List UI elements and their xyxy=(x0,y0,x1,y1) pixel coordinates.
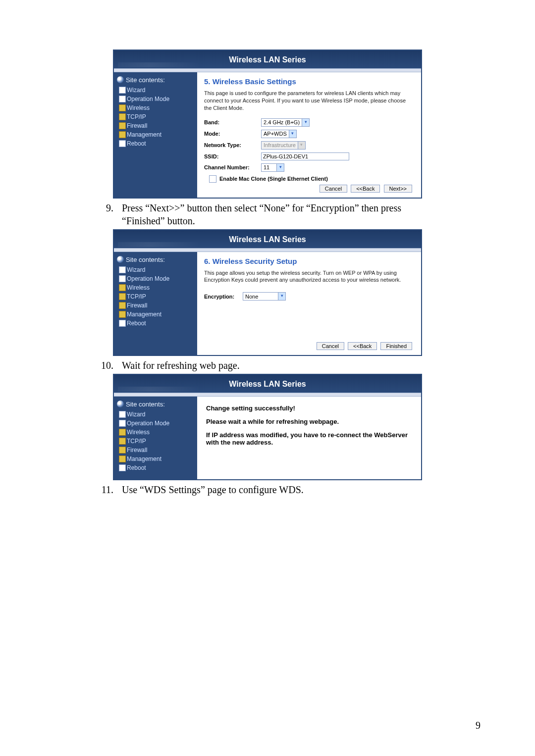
window-header: Wireless LAN Series xyxy=(114,50,421,68)
step-number: 10. xyxy=(89,359,122,372)
sidebar-item-tcpip[interactable]: TCP/IP xyxy=(116,437,195,446)
network-type-label: Network Type: xyxy=(204,142,261,148)
sidebar-item-wireless[interactable]: Wireless xyxy=(116,103,195,112)
channel-select[interactable]: 11 ▾ xyxy=(261,163,284,172)
sidebar-item-firewall[interactable]: Firewall xyxy=(116,446,195,454)
step-text: Use “WDS Settings” page to configure WDS… xyxy=(122,483,446,496)
back-button[interactable]: <<Back xyxy=(348,342,377,350)
sidebar-item-wireless[interactable]: Wireless xyxy=(116,283,195,292)
chevron-down-icon: ▾ xyxy=(276,164,284,171)
step-11: 11. Use “WDS Settings” page to configure… xyxy=(89,483,446,496)
window-title: Wireless LAN Series xyxy=(229,380,306,388)
main-panel: 5. Wireless Basic Settings This page is … xyxy=(197,72,421,198)
network-type-select: Infrastructure ▾ xyxy=(261,141,306,150)
page-number: 9 xyxy=(476,720,481,731)
sidebar-item-operation-mode[interactable]: Operation Mode xyxy=(116,95,195,103)
sidebar-item-firewall[interactable]: Firewall xyxy=(116,301,195,310)
finished-button[interactable]: Finished xyxy=(380,342,412,350)
mode-select[interactable]: AP+WDS ▾ xyxy=(261,130,297,138)
encryption-label: Encryption: xyxy=(204,294,243,300)
divider xyxy=(114,248,421,252)
ssid-label: SSID: xyxy=(204,153,261,159)
section-description: This page allows you setup the wireless … xyxy=(204,269,414,284)
main-panel: 6. Wireless Security Setup This page all… xyxy=(197,252,421,355)
sidebar-title: Site contents: xyxy=(116,400,195,410)
sidebar-item-management[interactable]: Management xyxy=(116,310,195,319)
sidebar-item-wizard[interactable]: Wizard xyxy=(116,410,195,419)
divider xyxy=(114,68,421,72)
screenshot-wireless-basic-settings: Wireless LAN Series Site contents: Wizar… xyxy=(113,50,422,199)
sidebar-item-reboot[interactable]: Reboot xyxy=(116,463,195,472)
sidebar-item-tcpip[interactable]: TCP/IP xyxy=(116,292,195,301)
chevron-down-icon: ▾ xyxy=(278,293,285,300)
ssid-input[interactable] xyxy=(261,152,349,160)
step-text: Wait for refreshing web page. xyxy=(122,359,446,372)
window-title: Wireless LAN Series xyxy=(229,55,306,64)
sidebar-item-wizard[interactable]: Wizard xyxy=(116,86,195,95)
section-description: This page is used to configure the param… xyxy=(204,90,414,112)
section-title: 6. Wireless Security Setup xyxy=(204,257,414,265)
step-10: 10. Wait for refreshing web page. xyxy=(89,359,446,372)
screenshot-change-success: Wireless LAN Series Site contents: Wizar… xyxy=(113,374,422,480)
mode-label: Mode: xyxy=(204,131,261,137)
sidebar-title: Site contents: xyxy=(116,75,195,86)
back-button[interactable]: <<Back xyxy=(351,185,380,193)
sidebar-item-operation-mode[interactable]: Operation Mode xyxy=(116,419,195,428)
sidebar-item-operation-mode[interactable]: Operation Mode xyxy=(116,274,195,283)
step-text: Press “Next>>” button then select “None”… xyxy=(122,202,446,227)
ip-note: If IP address was modified, you have to … xyxy=(204,427,414,448)
channel-label: Channel Number: xyxy=(204,164,261,170)
step-number: 11. xyxy=(89,483,122,496)
sidebar-item-wizard[interactable]: Wizard xyxy=(116,265,195,274)
encryption-select[interactable]: None ▾ xyxy=(243,292,286,301)
sidebar-item-firewall[interactable]: Firewall xyxy=(116,121,195,130)
step-9: 9. Press “Next>>” button then select “No… xyxy=(89,202,446,227)
sidebar-title: Site contents: xyxy=(116,255,195,265)
mac-clone-checkbox[interactable] xyxy=(209,175,216,183)
cancel-button[interactable]: Cancel xyxy=(317,342,344,350)
sidebar-item-reboot[interactable]: Reboot xyxy=(116,139,195,148)
sidebar-item-reboot[interactable]: Reboot xyxy=(116,319,195,328)
section-title: 5. Wireless Basic Settings xyxy=(204,77,414,86)
divider xyxy=(114,393,421,397)
success-message: Change setting successfully! xyxy=(204,401,414,414)
sidebar: Site contents: Wizard Operation Mode Wir… xyxy=(114,252,197,355)
cancel-button[interactable]: Cancel xyxy=(320,185,347,193)
screenshot-wireless-security-setup: Wireless LAN Series Site contents: Wizar… xyxy=(113,229,422,356)
wait-message: Please wait a while for refreshing webpa… xyxy=(204,414,414,427)
sidebar-item-wireless[interactable]: Wireless xyxy=(116,428,195,437)
window-title: Wireless LAN Series xyxy=(229,235,306,244)
window-header: Wireless LAN Series xyxy=(114,230,421,248)
chevron-down-icon: ▾ xyxy=(298,142,305,149)
band-select[interactable]: 2.4 GHz (B+G) ▾ xyxy=(261,118,310,127)
step-number: 9. xyxy=(89,202,122,214)
main-panel: Change setting successfully! Please wait… xyxy=(197,397,421,479)
sidebar: Site contents: Wizard Operation Mode Wir… xyxy=(114,397,197,479)
band-label: Band: xyxy=(204,119,261,125)
sidebar-item-management[interactable]: Management xyxy=(116,454,195,463)
sidebar-item-management[interactable]: Management xyxy=(116,130,195,139)
window-header: Wireless LAN Series xyxy=(114,375,421,393)
sidebar-item-tcpip[interactable]: TCP/IP xyxy=(116,112,195,121)
sidebar: Site contents: Wizard Operation Mode Wir… xyxy=(114,72,197,198)
chevron-down-icon: ▾ xyxy=(302,119,309,126)
chevron-down-icon: ▾ xyxy=(289,130,296,138)
mac-clone-label: Enable Mac Clone (Single Ethernet Client… xyxy=(219,176,328,182)
next-button[interactable]: Next>> xyxy=(384,185,412,193)
